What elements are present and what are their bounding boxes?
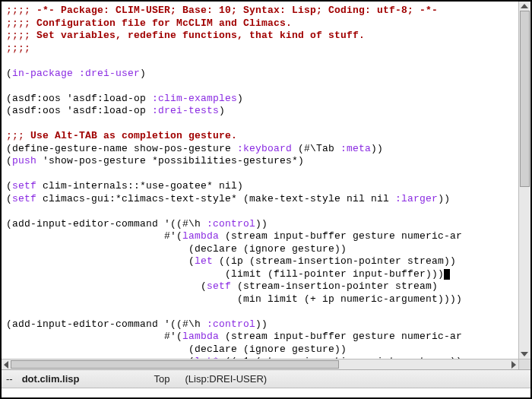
code-text: (declare (ignore gesture)) [6,243,347,255]
code-text: (stream input-buffer gesture numeric-ar [219,230,462,242]
keyword-symbol: :clim-examples [152,93,237,104]
keyword-symbol: :keyboard [237,143,292,154]
scroll-up-icon[interactable] [521,4,528,8]
comment-prefix: ;;;; [6,30,36,41]
comment-prefix: ;;;; [6,43,30,54]
horizontal-scroll-thumb[interactable] [11,360,339,369]
scroll-position: Top [154,373,170,385]
keyword: push [12,155,36,166]
editor-area: ;;;; -*- Package: CLIM-USER; Base: 10; S… [2,2,530,359]
code-text: (asdf:oos 'asdf:load-op [6,93,152,104]
keyword-symbol: :control [207,318,255,330]
comment-text: -*- Package: CLIM-USER; Base: 10; Syntax… [36,5,438,16]
keyword: setf [12,193,36,204]
code-text: (declare (ignore gesture)) [6,344,347,355]
keyword-symbol: :control [207,218,255,230]
modeline: -- dot.clim.lisp Top (Lisp:DREI-USER) [2,369,530,388]
code-text: (stream-insertion-pointer stream) [231,280,438,292]
keyword: let [195,255,213,267]
vertical-scrollbar[interactable] [518,2,530,359]
code-text: (stream input-buffer gesture numeric-ar [219,331,462,342]
comment-text: Set variables, redefine functions, that … [36,30,365,41]
code-text: (min limit (+ ip numeric-argument)))) [6,293,462,305]
keyword-symbol: :drei-user [79,68,140,79]
code-text: (asdf:oos 'asdf:load-op [6,105,152,116]
comment-text: Use Alt-TAB as completion gesture. [30,130,237,141]
paren: ( [6,68,12,79]
scroll-right-icon[interactable] [511,361,516,369]
code-text: (add-input-editor-command '((#\h [6,218,207,230]
keyword: lambda [182,331,219,342]
code-text: (limit (fill-pointer input-buffer))) [6,268,444,280]
code-text: ((ip (stream-insertion-pointer stream)) [213,255,456,267]
code-text: (add-input-editor-command '((#\h [6,318,207,330]
major-mode: (Lisp:DREI-USER) [185,373,267,385]
filename: dot.clim.lisp [22,373,80,385]
code-pane[interactable]: ;;;; -*- Package: CLIM-USER; Base: 10; S… [2,2,518,359]
code-text: clim-internals::*use-goatee* nil) [36,180,243,192]
comment-text: Configuration file for McCLIM and Climac… [36,17,292,29]
code-text: climacs-gui:*climacs-text-style* (make-t… [36,193,395,204]
keyword: lambda [182,230,219,242]
code-text: 'show-pos-gesture *possibilities-gesture… [36,155,304,166]
modified-indicator: -- [6,373,13,385]
horizontal-scrollbar[interactable] [2,359,518,369]
comment-prefix: ;;; [6,130,30,141]
horizontal-scroll-row [2,359,530,369]
editor-window: ;;;; -*- Package: CLIM-USER; Base: 10; S… [0,0,532,399]
code-text: (define-gesture-name show-pos-gesture [6,143,237,154]
keyword: setf [207,280,231,292]
keyword-symbol: :meta [340,143,371,154]
keyword: setf [12,180,36,192]
minibuffer[interactable] [2,388,530,397]
comment-prefix: ;;;; [6,17,36,29]
scroll-down-icon[interactable] [521,352,528,356]
keyword-symbol: :larger [395,193,438,204]
text-cursor [444,269,450,280]
vertical-scroll-thumb[interactable] [520,11,530,187]
keyword-symbol: :drei-tests [152,105,219,116]
scroll-left-icon[interactable] [4,361,8,369]
keyword: in-package [12,68,73,79]
comment-prefix: ;;;; [6,5,36,16]
scroll-corner [518,359,530,369]
